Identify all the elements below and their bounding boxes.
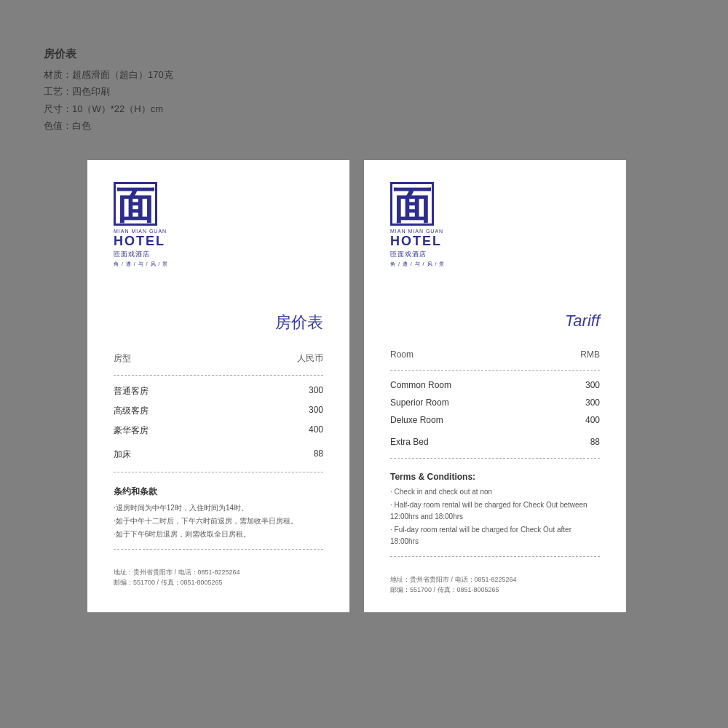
cards-container: 面 MIAN MIAN GUAN HOTEL 匝面戏酒店 角 / 遭 / 与 /… bbox=[87, 160, 641, 612]
table-row-cn-0: 普通客房 300 bbox=[114, 381, 323, 401]
divider-2-cn bbox=[114, 472, 323, 472]
logo-hotel-cn: HOTEL bbox=[114, 234, 323, 250]
logo-hotel-en: HOTEL bbox=[390, 234, 600, 250]
logo-pinyin-cn: MIAN MIAN GUAN bbox=[114, 229, 323, 234]
terms-en-0: · Check in and check out at non bbox=[390, 486, 600, 498]
table-row-extra-cn: 加床 88 bbox=[114, 445, 323, 464]
logo-text-cn: MIAN MIAN GUAN HOTEL 匝面戏酒店 角 / 遭 / 与 / 风… bbox=[114, 229, 323, 268]
header-price-cn: 人民币 bbox=[297, 352, 323, 365]
divider-3-en bbox=[390, 556, 600, 557]
card-chinese: 面 MIAN MIAN GUAN HOTEL 匝面戏酒店 角 / 遭 / 与 /… bbox=[87, 160, 349, 612]
room-name-en-2: Deluxe Room bbox=[390, 415, 443, 425]
terms-en-2: · Ful-day room rental will be charged fo… bbox=[390, 524, 600, 547]
divider-3-cn bbox=[114, 549, 323, 550]
terms-cn-1: ·如于中午十二时后，下午六时前退房，需加收半日房租。 bbox=[114, 515, 323, 527]
terms-cn-0: ·退房时间为中午12时，入住时间为14时。 bbox=[114, 502, 323, 514]
table-row-en-2: Deluxe Room 400 bbox=[390, 411, 600, 429]
room-price-cn-0: 300 bbox=[309, 385, 323, 397]
room-name-cn-0: 普通客房 bbox=[114, 385, 149, 397]
card-english: 面 MIAN MIAN GUAN HOTEL 匝面戏酒店 角 / 遭 / 与 /… bbox=[364, 160, 626, 612]
room-name-cn-1: 高级客房 bbox=[114, 405, 149, 417]
table-row-en-0: Common Room 300 bbox=[390, 376, 600, 394]
room-price-en-0: 300 bbox=[585, 380, 600, 390]
footer-cn: 地址：贵州省贵阳市 / 电话：0851-8225264 邮编：551700 / … bbox=[114, 567, 323, 588]
extra-price-cn: 88 bbox=[314, 448, 323, 461]
footer-en-1: 邮编：551700 / 传真：0851-8005265 bbox=[390, 585, 600, 595]
footer-en-0: 地址：贵州省贵阳市 / 电话：0851-8225264 bbox=[390, 574, 600, 585]
logo-char-en: 面 bbox=[390, 182, 434, 226]
logo-sub-en: 角 / 遭 / 与 / 风 / 景 bbox=[390, 261, 600, 268]
logo-chinese-en: 匝面戏酒店 bbox=[390, 250, 600, 259]
meta-line-2: 工艺：四色印刷 bbox=[44, 83, 173, 100]
table-row-en-1: Superior Room 300 bbox=[390, 394, 600, 411]
room-price-en-1: 300 bbox=[585, 397, 600, 408]
room-price-en-2: 400 bbox=[585, 415, 600, 425]
table-row-extra-en: Extra Bed 88 bbox=[390, 433, 600, 451]
logo-sub-cn: 角 / 遭 / 与 / 风 / 景 bbox=[114, 261, 323, 268]
table-row-cn-1: 高级客房 300 bbox=[114, 401, 323, 421]
room-name-cn-2: 豪华客房 bbox=[114, 424, 149, 437]
terms-en-1: · Half-day room rental will be charged f… bbox=[390, 499, 600, 523]
table-row-cn-2: 豪华客房 400 bbox=[114, 421, 323, 440]
top-info: 房价表 材质：超感滑面（超白）170克 工艺：四色印刷 尺寸：10（W）*22（… bbox=[44, 44, 173, 135]
header-room-cn: 房型 bbox=[114, 352, 131, 365]
terms-cn-2: ·如于下午6时后退房，则需收取全日房租。 bbox=[114, 529, 323, 540]
extra-price-en: 88 bbox=[590, 437, 600, 447]
header-price-en: RMB bbox=[580, 349, 600, 360]
logo-chinese-cn: 匝面戏酒店 bbox=[114, 250, 323, 259]
logo-text-en: MIAN MIAN GUAN HOTEL 匝面戏酒店 角 / 遭 / 与 / 风… bbox=[390, 229, 600, 268]
divider-1-en bbox=[390, 370, 600, 371]
room-name-en-0: Common Room bbox=[390, 380, 451, 390]
room-price-cn-1: 300 bbox=[309, 405, 323, 417]
card-title-en: Tariff bbox=[390, 312, 600, 331]
meta-line-3: 尺寸：10（W）*22（H）cm bbox=[44, 100, 173, 117]
meta-line-4: 色值：白色 bbox=[44, 117, 173, 134]
logo-cn: 面 MIAN MIAN GUAN HOTEL 匝面戏酒店 角 / 遭 / 与 /… bbox=[114, 182, 323, 268]
table-header-cn: 房型 人民币 bbox=[114, 347, 323, 369]
divider-2-en bbox=[390, 458, 600, 459]
terms-title-cn: 条约和条款 bbox=[114, 486, 323, 498]
card-title-cn: 房价表 bbox=[114, 312, 323, 333]
divider-1-cn bbox=[114, 375, 323, 376]
logo-char-cn: 面 bbox=[114, 182, 157, 226]
logo-pinyin-en: MIAN MIAN GUAN bbox=[390, 229, 600, 234]
meta-line-1: 材质：超感滑面（超白）170克 bbox=[44, 66, 173, 83]
room-name-en-1: Superior Room bbox=[390, 397, 449, 408]
extra-name-cn: 加床 bbox=[114, 448, 131, 461]
extra-name-en: Extra Bed bbox=[390, 437, 429, 447]
footer-en: 地址：贵州省贵阳市 / 电话：0851-8225264 邮编：551700 / … bbox=[390, 574, 600, 596]
footer-cn-0: 地址：贵州省贵阳市 / 电话：0851-8225264 bbox=[114, 567, 323, 577]
terms-title-en: Terms & Conditions: bbox=[390, 472, 600, 482]
footer-cn-1: 邮编：551700 / 传真：0851-8005265 bbox=[114, 577, 323, 587]
page-title: 房价表 bbox=[44, 44, 173, 63]
header-room-en: Room bbox=[390, 349, 414, 360]
logo-en: 面 MIAN MIAN GUAN HOTEL 匝面戏酒店 角 / 遭 / 与 /… bbox=[390, 182, 600, 268]
table-header-en: Room RMB bbox=[390, 344, 600, 364]
room-price-cn-2: 400 bbox=[309, 424, 323, 437]
